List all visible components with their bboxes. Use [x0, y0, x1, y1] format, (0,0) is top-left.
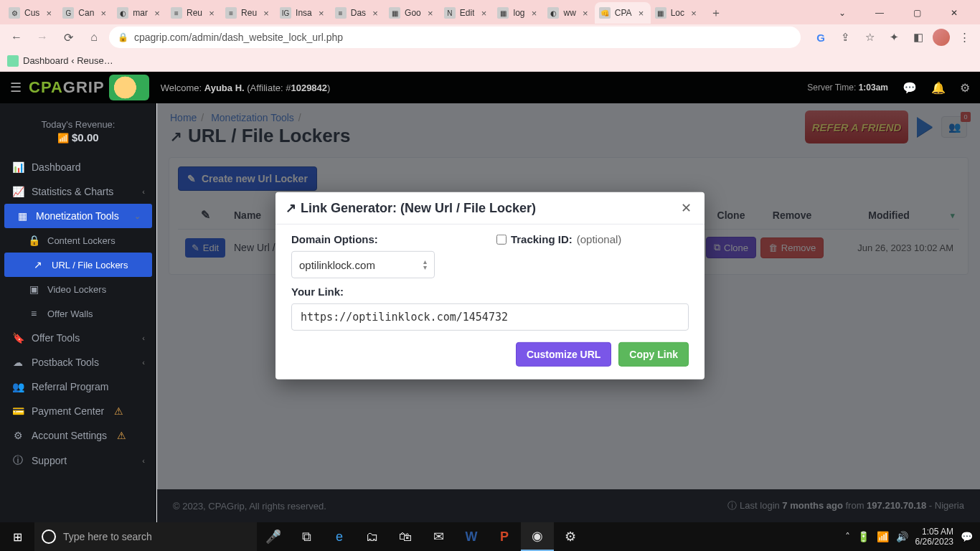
sidebar-item-video-lockers[interactable]: ▣Video Lockers	[0, 277, 156, 301]
tab-strip: ⚙Cus× GCan× ◐mar× ≡Reu× ≡Reu× IGInsa× ≡D…	[0, 0, 980, 24]
minimize-icon[interactable]: —	[864, 2, 895, 24]
notifications-icon[interactable]: 💬	[961, 531, 973, 542]
home-button[interactable]: ⌂	[83, 27, 105, 48]
sidebar-item-dashboard[interactable]: 📊Dashboard	[0, 155, 156, 179]
new-tab-button[interactable]: ＋	[706, 3, 726, 23]
battery-icon[interactable]: 🔋	[857, 531, 870, 542]
sidebar-item-support[interactable]: ⓘSupport‹	[0, 448, 156, 474]
tab[interactable]: ⚙Cus×	[4, 2, 58, 24]
forward-button[interactable]: →	[32, 27, 53, 48]
tab-title: log	[513, 8, 524, 18]
tab-title: mar	[133, 8, 148, 18]
tab-title: Can	[78, 8, 94, 18]
tab[interactable]: ▦Loc×	[651, 2, 703, 24]
tab[interactable]: ▦Goo×	[385, 2, 440, 24]
close-icon[interactable]: ×	[529, 8, 539, 18]
taskbar-store[interactable]: 🛍	[389, 522, 422, 551]
sidebar-item-url-lockers[interactable]: ↗URL / File Lockers	[4, 253, 152, 277]
close-icon[interactable]: ✕	[938, 2, 970, 24]
tab[interactable]: ≡Das×	[331, 2, 385, 24]
menu-icon[interactable]: ☰	[10, 80, 22, 95]
taskbar-mail[interactable]: ✉	[422, 522, 455, 551]
close-icon[interactable]: ×	[316, 8, 326, 18]
customize-url-button[interactable]: Customize URL	[516, 342, 611, 367]
favicon: ▦	[497, 7, 509, 19]
tab-title: Loc	[671, 8, 684, 18]
taskbar-chrome[interactable]: ◉	[521, 522, 554, 551]
close-icon[interactable]: ×	[370, 8, 380, 18]
domain-select[interactable]: optilinklock.com ▴▾	[291, 251, 435, 278]
bell-icon[interactable]: 🔔	[931, 81, 946, 95]
sidepanel-icon[interactable]: ◧	[908, 27, 928, 47]
clock[interactable]: 1:05 AM 6/26/2023	[915, 527, 953, 547]
menu-icon[interactable]: ⋮	[954, 27, 974, 47]
chevron-down-icon[interactable]: ⌄	[826, 2, 858, 24]
back-button[interactable]: ←	[6, 27, 27, 48]
chevron-left-icon: ‹	[142, 456, 145, 465]
taskbar-edge[interactable]: e	[323, 522, 356, 551]
close-icon[interactable]: ×	[152, 8, 162, 18]
tab[interactable]: ◐ww×	[543, 2, 594, 24]
modal-close-button[interactable]: ✕	[677, 199, 694, 217]
sidebar-item-referral[interactable]: 👥Referral Program	[0, 375, 156, 399]
tab[interactable]: ≡Reu×	[166, 2, 221, 24]
volume-icon[interactable]: 🔊	[896, 531, 908, 542]
tab-title: Cus	[24, 8, 39, 18]
wifi-icon[interactable]: 📶	[877, 531, 889, 542]
tab[interactable]: IGInsa×	[275, 2, 331, 24]
taskbar-search[interactable]: Type here to search	[34, 522, 257, 551]
tab-active[interactable]: 👊CPA×	[595, 2, 651, 24]
close-icon[interactable]: ×	[207, 8, 217, 18]
close-icon[interactable]: ×	[636, 8, 646, 18]
bookmark-item[interactable]: Dashboard ‹ Reuse…	[7, 55, 113, 67]
sidebar-item-account[interactable]: ⚙Account Settings⚠	[0, 423, 156, 448]
sidebar-item-stats[interactable]: 📈Statistics & Charts‹	[0, 179, 156, 204]
info-icon: ⓘ	[11, 454, 24, 467]
start-button[interactable]: ⊞	[0, 522, 34, 551]
generated-link-input[interactable]	[291, 303, 689, 331]
taskbar-powerpoint[interactable]: P	[488, 522, 521, 551]
profile-avatar[interactable]	[933, 29, 950, 46]
revenue-amount: $0.00	[0, 131, 156, 143]
tab[interactable]: GCan×	[58, 2, 113, 24]
close-icon[interactable]: ×	[689, 8, 699, 18]
reload-button[interactable]: ⟳	[57, 27, 79, 48]
tab[interactable]: ▦log×	[493, 2, 543, 24]
list-icon: ≡	[27, 308, 40, 319]
tab[interactable]: ≡Reu×	[221, 2, 275, 24]
close-icon[interactable]: ×	[261, 8, 271, 18]
sidebar-item-content-lockers[interactable]: 🔒Content Lockers	[0, 228, 156, 253]
close-icon[interactable]: ×	[580, 8, 590, 18]
extensions-icon[interactable]: ✦	[884, 27, 904, 47]
chat-icon[interactable]: 💬	[903, 81, 917, 95]
tray-expand-icon[interactable]: ˄	[845, 531, 850, 542]
sidebar-item-monetization[interactable]: ▦Monetization Tools⌄	[4, 204, 152, 228]
taskbar-word[interactable]: W	[455, 522, 488, 551]
close-icon[interactable]: ×	[44, 8, 54, 18]
sidebar-item-payment[interactable]: 💳Payment Center⚠	[0, 399, 156, 423]
maximize-icon[interactable]: ▢	[901, 2, 933, 24]
lock-icon: 🔒	[118, 32, 128, 42]
star-icon[interactable]: ☆	[859, 27, 880, 47]
share-icon[interactable]: ⇪	[835, 27, 855, 47]
sidebar-item-postback[interactable]: ☁Postback Tools‹	[0, 350, 156, 375]
sidebar-item-offer-tools[interactable]: 🔖Offer Tools‹	[0, 326, 156, 350]
tab[interactable]: NEdit×	[440, 2, 494, 24]
close-icon[interactable]: ×	[479, 8, 489, 18]
close-icon[interactable]: ×	[425, 8, 435, 18]
grid-icon: ▦	[16, 210, 29, 222]
address-bar[interactable]: 🔒 cpagrip.com/admin/dash_website_lock_ur…	[109, 27, 801, 48]
google-icon[interactable]: G	[811, 27, 831, 47]
taskbar-mic[interactable]: 🎤	[257, 522, 290, 551]
browser-toolbar: ← → ⟳ ⌂ 🔒 cpagrip.com/admin/dash_website…	[0, 24, 980, 50]
gear-icon[interactable]: ⚙	[960, 81, 970, 95]
server-time: Server Time: 1:03am	[807, 83, 888, 93]
sidebar-item-offer-walls[interactable]: ≡Offer Walls	[0, 301, 156, 326]
taskbar-taskview[interactable]: ⧉	[290, 522, 323, 551]
copy-link-button[interactable]: Copy Link	[618, 342, 689, 367]
close-icon[interactable]: ×	[98, 8, 108, 18]
tab[interactable]: ◐mar×	[113, 2, 166, 24]
tracking-id-checkbox[interactable]	[496, 234, 507, 244]
taskbar-explorer[interactable]: 🗂	[356, 522, 389, 551]
taskbar-settings[interactable]: ⚙	[554, 522, 587, 551]
